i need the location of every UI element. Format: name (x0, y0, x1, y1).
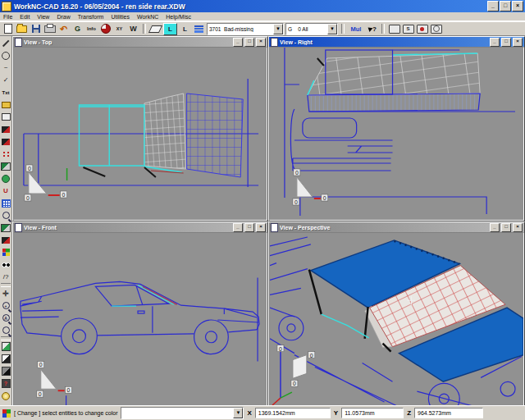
view-shaded-monitor-icon[interactable]: S (402, 24, 414, 34)
viewport-right-canvas[interactable]: 0 0 0 (269, 47, 524, 221)
zoom-in-icon[interactable]: + (1, 299, 11, 312)
menu-help-misc[interactable]: Help/Misc (166, 14, 191, 20)
info-tool-icon[interactable]: Info (85, 24, 98, 34)
mesh-window-icon[interactable] (1, 197, 11, 209)
statistics-pie-icon[interactable] (99, 24, 112, 34)
mul-button[interactable]: Mul (348, 24, 364, 34)
menu-worknc[interactable]: WorkNC (137, 14, 158, 20)
g-tool-icon[interactable]: G (71, 24, 84, 34)
axis-label: 0 (294, 199, 298, 205)
layer-combobox-arrow[interactable]: ▼ (273, 24, 283, 34)
rectangle-tool-icon[interactable] (1, 111, 11, 123)
menu-file[interactable]: File (3, 14, 12, 20)
axis-triad: 0 0 0 (25, 165, 67, 201)
axis-label: 0 (310, 353, 313, 358)
color-select-arrow[interactable]: ▼ (233, 408, 243, 418)
zoom-all-icon[interactable]: A (1, 312, 11, 324)
line-tool-icon[interactable] (1, 37, 11, 49)
surface-edit-icon[interactable] (1, 135, 11, 148)
viewport-minimize-button[interactable]: _ (490, 223, 500, 232)
points-grid-icon[interactable] (1, 148, 11, 160)
worknc-w-icon[interactable]: W (127, 24, 139, 34)
surface-tool-icon[interactable] (1, 123, 11, 135)
viewport-maximize-button[interactable]: □ (501, 223, 511, 232)
open-file-icon[interactable] (16, 24, 28, 34)
menu-draw[interactable]: Draw (57, 14, 70, 20)
menu-utilities[interactable]: Utilities (111, 14, 130, 20)
mesh-thickness-face (308, 94, 480, 112)
viewport-minimize-button[interactable]: _ (233, 223, 243, 232)
layer-tool-active-icon[interactable]: L (163, 23, 177, 35)
menu-view[interactable]: View (37, 14, 49, 20)
viewport-front-canvas[interactable]: 0 0 0 (13, 232, 267, 409)
window-close-button[interactable]: × (512, 1, 523, 11)
pan-icon[interactable]: ✛ (1, 287, 11, 299)
viewport-minimize-button[interactable]: _ (490, 38, 500, 47)
context-help-icon[interactable]: ? (366, 24, 378, 34)
plane-tool-icon[interactable] (149, 24, 162, 34)
shaded-view-icon[interactable] (1, 353, 11, 365)
iso-view-icon[interactable] (1, 340, 11, 353)
print-icon[interactable] (43, 24, 56, 34)
hidden-line-view-icon[interactable] (1, 365, 11, 377)
new-document-icon[interactable] (2, 24, 14, 34)
group-combobox-arrow[interactable]: ▼ (327, 24, 337, 34)
viewport-top-canvas[interactable]: 0 0 0 (13, 47, 267, 221)
layers-stack-icon[interactable] (193, 24, 205, 34)
menu-edit[interactable]: Edit (20, 14, 30, 20)
spline-tool-icon[interactable]: ~ (1, 62, 11, 74)
viewport-right-titlebar[interactable]: View - Right _ □ × (269, 37, 524, 47)
undo-icon[interactable]: ↶ (57, 24, 70, 34)
save-icon[interactable] (30, 24, 42, 34)
window-title: WorkNC-CAD 16.20 - 06/05/2004 - ren side… (14, 2, 487, 11)
circle-tool-icon[interactable] (1, 49, 11, 62)
viewport-front-titlebar[interactable]: View - Front _ □ × (13, 222, 267, 232)
untrim-surface-icon[interactable] (1, 172, 11, 185)
viewport-right-window: View - Right _ □ × (268, 36, 525, 221)
viewport-maximize-button[interactable]: □ (244, 38, 254, 47)
viewport-maximize-button[interactable]: □ (501, 38, 511, 47)
point-tool-icon[interactable]: ✓ (1, 74, 11, 86)
measure-icon[interactable]: /? (1, 271, 11, 283)
y-coordinate-field[interactable]: 11.0573mm (341, 408, 404, 418)
text-tool-icon[interactable]: Txt (1, 86, 11, 98)
viewport-perspective-titlebar[interactable]: View - Perspective _ □ × (269, 222, 524, 232)
hatch-mesh-top (187, 94, 244, 177)
inspect-icon[interactable] (1, 209, 11, 221)
menu-transform[interactable]: Transform (78, 14, 104, 20)
viewport-top-titlebar[interactable]: View - Top _ □ × (13, 37, 267, 47)
main-toolbar: ↶ G Info XY W L L 3701 Bad-missing ▼ G 0… (0, 21, 525, 36)
view-single-monitor-icon[interactable] (388, 24, 400, 34)
group-combobox[interactable]: G 0 All ▼ (285, 23, 338, 35)
view-multi-monitor-icon[interactable] (430, 24, 442, 34)
layer-combobox[interactable]: 3701 Bad-missing ▼ (207, 23, 284, 35)
color-palette-icon[interactable] (2, 409, 11, 418)
viewport-minimize-button[interactable]: _ (233, 38, 243, 47)
viewport-close-button[interactable]: × (513, 223, 523, 232)
z-coordinate-field[interactable]: 964.5273mm (414, 408, 483, 418)
visibility-icon[interactable] (1, 258, 11, 271)
x-coordinate-field[interactable]: 1369.1542mm (255, 408, 331, 418)
shade-surface-icon[interactable] (1, 221, 11, 234)
viewport-maximize-button[interactable]: □ (244, 223, 254, 232)
color-select-combobox[interactable]: ▼ (121, 407, 244, 419)
palette-icon[interactable] (1, 246, 11, 258)
light-icon[interactable] (1, 390, 11, 402)
view-dynamic-monitor-icon[interactable] (416, 24, 428, 34)
zoom-window-icon[interactable] (1, 324, 11, 336)
surface-color-icon[interactable] (1, 234, 11, 246)
status-bar: [ Change ] select entities to change col… (0, 405, 525, 420)
layer-tool-icon[interactable]: L (179, 24, 191, 34)
xy-coordinates-icon[interactable]: XY (113, 24, 126, 34)
shading-query-icon[interactable]: ? (1, 377, 11, 390)
u-direction-icon[interactable]: U (1, 185, 11, 197)
viewport-perspective-canvas[interactable]: 0 0 0 (269, 232, 524, 409)
viewport-close-button[interactable]: × (256, 223, 266, 232)
viewport-close-button[interactable]: × (256, 38, 266, 47)
window-restore-button[interactable]: □ (500, 1, 511, 11)
trim-surface-icon[interactable] (1, 160, 11, 172)
window-minimize-button[interactable]: _ (487, 1, 499, 11)
viewport-doc-icon (15, 38, 22, 47)
viewport-close-button[interactable]: × (513, 38, 523, 47)
copy-entities-icon[interactable] (1, 98, 11, 111)
